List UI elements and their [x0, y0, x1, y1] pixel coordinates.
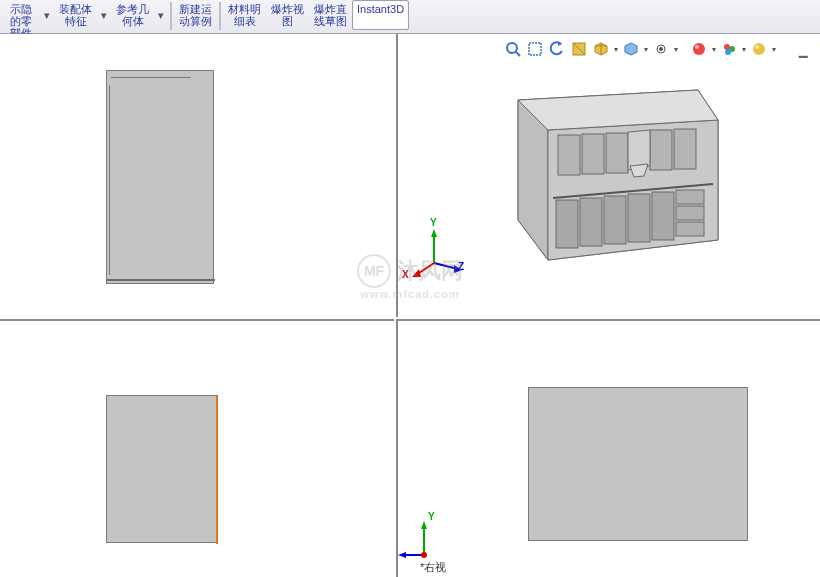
hide-show-icon[interactable]: [622, 40, 640, 58]
model-front-view: [528, 387, 748, 541]
ribbon-label: 动算例: [179, 15, 212, 27]
dropdown-icon[interactable]: ▾: [772, 45, 776, 54]
ribbon-toolbar: 示隐 的零 部件 ▾ 装配体 特征 ▾ 参考几 何体 ▾ 新建运 动算例 材料明…: [0, 0, 820, 34]
ribbon-btn-hidden-parts[interactable]: 示隐 的零 部件: [2, 0, 40, 30]
dropdown-icon[interactable]: ▾: [644, 45, 648, 54]
apply-scene-icon[interactable]: [690, 40, 708, 58]
ribbon-label: 特征: [65, 15, 87, 27]
axis-label-y: Y: [428, 511, 435, 522]
svg-marker-39: [431, 229, 437, 237]
dropdown-icon[interactable]: ▾: [40, 0, 54, 30]
svg-rect-24: [606, 133, 628, 173]
svg-point-10: [659, 47, 663, 51]
prev-view-icon[interactable]: [548, 40, 566, 58]
svg-line-40: [434, 263, 458, 269]
svg-rect-25: [650, 130, 672, 170]
viewport-top-left[interactable]: [0, 34, 394, 317]
ribbon-label: 爆炸视: [271, 3, 304, 15]
ribbon-label: 的零: [10, 15, 32, 27]
dropdown-icon[interactable]: ▾: [674, 45, 678, 54]
svg-rect-33: [628, 194, 650, 242]
display-style-icon[interactable]: [592, 40, 610, 58]
view-settings-icon[interactable]: [720, 40, 738, 58]
ribbon-label: 装配体: [59, 3, 92, 15]
svg-rect-22: [558, 135, 580, 175]
zoom-fit-icon[interactable]: [504, 40, 522, 58]
viewport-container: ▾ ▾ ▾ ▾ ▾ ▾ ▁: [0, 34, 820, 577]
svg-rect-37: [676, 222, 704, 236]
ribbon-label: 示隐: [10, 3, 32, 15]
status-view-label: *右视: [420, 560, 446, 575]
section-view-icon[interactable]: [570, 40, 588, 58]
svg-point-12: [695, 45, 699, 49]
svg-marker-45: [421, 521, 427, 529]
ribbon-btn-exploded-view[interactable]: 爆炸视 图: [266, 0, 309, 30]
svg-rect-23: [582, 134, 604, 174]
svg-rect-31: [580, 198, 602, 246]
ribbon-label: 爆炸直: [314, 3, 347, 15]
ribbon-separator: [219, 2, 221, 30]
coordinate-triad-iso: Y Z X: [406, 219, 466, 279]
zoom-area-icon[interactable]: [526, 40, 544, 58]
ribbon-btn-reference-geometry[interactable]: 参考几 何体: [111, 0, 154, 30]
edit-appearance-icon[interactable]: [652, 40, 670, 58]
svg-line-42: [416, 263, 434, 275]
dropdown-icon[interactable]: ▾: [614, 45, 618, 54]
viewport-top-right[interactable]: ▾ ▾ ▾ ▾ ▾ ▾ ▁: [396, 34, 820, 317]
dropdown-icon[interactable]: ▾: [154, 0, 168, 30]
ribbon-label: 细表: [234, 15, 256, 27]
axis-label-z: Z: [396, 547, 398, 558]
ribbon-btn-new-motion-study[interactable]: 新建运 动算例: [174, 0, 217, 30]
axis-label-y: Y: [430, 217, 437, 228]
ribbon-label: Instant3D: [357, 3, 404, 15]
axis-label-x: X: [402, 269, 409, 280]
svg-point-16: [753, 43, 765, 55]
dropdown-icon[interactable]: ▾: [742, 45, 746, 54]
ribbon-btn-bom[interactable]: 材料明 细表: [223, 0, 266, 30]
svg-line-1: [516, 52, 520, 56]
svg-rect-34: [652, 192, 674, 240]
ribbon-label: 参考几: [116, 3, 149, 15]
ribbon-separator: [170, 2, 172, 30]
ribbon-label: 图: [282, 15, 293, 27]
svg-marker-9: [625, 43, 637, 55]
viewport-bottom-right[interactable]: Y Z: [396, 319, 820, 577]
svg-rect-26: [674, 129, 696, 169]
model-top-view: [106, 395, 218, 543]
model-side-view: [106, 70, 214, 284]
svg-marker-47: [398, 552, 406, 558]
minimize-hud-icon[interactable]: ▁: [794, 40, 812, 58]
dropdown-icon[interactable]: ▾: [712, 45, 716, 54]
svg-point-48: [421, 552, 427, 558]
ribbon-label: 材料明: [228, 3, 261, 15]
model-isometric-view: [498, 80, 738, 280]
ribbon-btn-assembly-features[interactable]: 装配体 特征: [54, 0, 97, 30]
svg-rect-2: [529, 43, 541, 55]
heads-up-toolbar: ▾ ▾ ▾ ▾ ▾ ▾ ▁: [504, 40, 812, 58]
svg-rect-36: [676, 206, 704, 220]
svg-rect-35: [676, 190, 704, 204]
svg-point-11: [693, 43, 705, 55]
axis-label-z: Z: [458, 261, 464, 272]
svg-point-0: [507, 43, 517, 53]
ribbon-label: 新建运: [179, 3, 212, 15]
dropdown-icon[interactable]: ▾: [97, 0, 111, 30]
svg-marker-41: [454, 265, 462, 273]
svg-rect-32: [604, 196, 626, 244]
svg-marker-43: [412, 269, 421, 277]
ribbon-btn-instant3d[interactable]: Instant3D: [352, 0, 409, 30]
svg-point-17: [755, 45, 759, 49]
ribbon-label: 线草图: [314, 15, 347, 27]
svg-point-15: [725, 49, 731, 55]
svg-rect-30: [556, 200, 578, 248]
render-icon[interactable]: [750, 40, 768, 58]
ribbon-label: 何体: [122, 15, 144, 27]
viewport-bottom-left[interactable]: [0, 319, 394, 577]
ribbon-btn-explode-line-sketch[interactable]: 爆炸直 线草图: [309, 0, 352, 30]
